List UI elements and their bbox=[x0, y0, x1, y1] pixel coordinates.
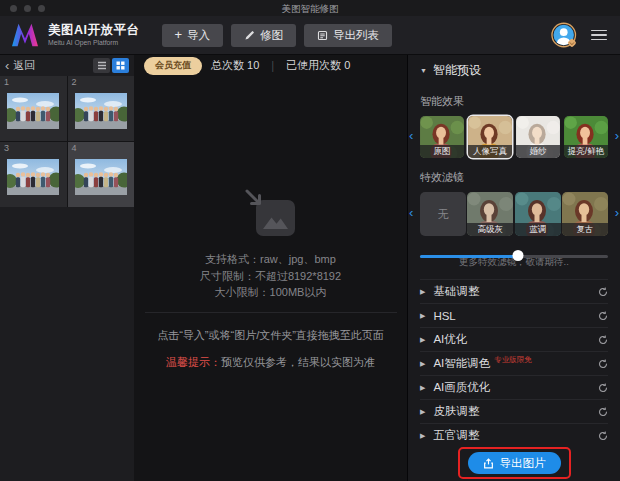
section-ai-quality[interactable]: ▶ AI画质优化 bbox=[420, 375, 608, 399]
export-list-button-label: 导出列表 bbox=[333, 28, 379, 43]
sidebar-header: ‹ 返回 bbox=[0, 55, 134, 76]
filter-tile-none[interactable]: 无 bbox=[420, 192, 466, 236]
thumbnail-grid: 1 2 3 4 bbox=[0, 76, 134, 207]
import-button[interactable]: + 导入 bbox=[162, 24, 224, 47]
caret-right-icon: ▶ bbox=[420, 336, 425, 344]
group-photo-thumbnail bbox=[7, 93, 59, 129]
effect-tile-label: 婚纱 bbox=[516, 145, 560, 158]
usage-divider: ｜ bbox=[267, 58, 278, 73]
caret-right-icon: ▶ bbox=[420, 432, 425, 440]
reset-icon[interactable] bbox=[598, 311, 608, 321]
grid-view-icon bbox=[116, 61, 125, 70]
warm-tip: 温馨提示：预览仅供参考，结果以实图为准 bbox=[166, 355, 375, 370]
chevron-right-icon[interactable]: › bbox=[615, 129, 619, 142]
photo-thumbnail-2[interactable]: 2 bbox=[68, 76, 135, 141]
view-toggles bbox=[93, 58, 129, 73]
caret-right-icon: ▶ bbox=[420, 360, 425, 368]
filter-tile-advanced-gray[interactable]: 高级灰 bbox=[467, 192, 513, 236]
section-ai-optimize[interactable]: ▶ AI优化 bbox=[420, 327, 608, 351]
grid-view-toggle[interactable] bbox=[112, 58, 129, 73]
reset-icon[interactable] bbox=[598, 407, 608, 417]
export-image-label: 导出图片 bbox=[500, 456, 546, 471]
warm-tip-text: 预览仅供参考，结果以实图为准 bbox=[221, 356, 375, 368]
brand-subtitle: Meitu AI Open Platform bbox=[48, 39, 140, 46]
filters-row: ‹ 无 高级灰 蓝调 复古 › bbox=[420, 192, 608, 236]
photo-thumbnail-4-selected[interactable]: 4 bbox=[68, 142, 135, 207]
filters-label: 特效滤镜 bbox=[420, 170, 608, 185]
effect-tile-label: 原图 bbox=[420, 145, 464, 158]
toolbar-right bbox=[551, 22, 610, 49]
size-line: 尺寸限制：不超过8192*8192 bbox=[200, 268, 341, 285]
user-avatar[interactable] bbox=[551, 22, 578, 49]
import-dropzone[interactable]: 支持格式：raw、jpg、bmp 尺寸限制：不超过8192*8192 大小限制：… bbox=[134, 76, 407, 481]
window-title: 美图智能修图 bbox=[0, 3, 620, 16]
back-label: 返回 bbox=[13, 58, 35, 73]
effect-tile-portrait[interactable]: 人像写真 bbox=[468, 116, 512, 158]
caret-right-icon: ▶ bbox=[420, 312, 425, 320]
pen-icon bbox=[244, 30, 255, 41]
app-window: 美图智能修图 美图AI开放平台 Meitu AI Open Platform +… bbox=[0, 0, 620, 481]
filter-tile-retro[interactable]: 复古 bbox=[562, 192, 608, 236]
export-image-button[interactable]: 导出图片 bbox=[468, 452, 561, 474]
adjustment-panel: ▼ 智能预设 智能效果 ‹ 原图 人像写真 婚纱 bbox=[407, 55, 620, 481]
photo-thumbnail-3[interactable]: 3 bbox=[0, 142, 67, 207]
retouch-button[interactable]: 修图 bbox=[231, 24, 296, 47]
list-view-icon bbox=[97, 61, 107, 70]
filter-tile-label: 高级灰 bbox=[467, 223, 513, 236]
adjustment-sections: ▶ 基础调整 ▶ HSL ▶ AI优化 ▶ AI智能调色 专业版限 bbox=[420, 279, 608, 447]
member-recharge-badge[interactable]: 会员充值 bbox=[144, 57, 202, 75]
meitu-logo-icon bbox=[10, 22, 40, 48]
filesize-line: 大小限制：100MB以内 bbox=[200, 284, 341, 301]
caret-right-icon: ▶ bbox=[420, 384, 425, 392]
usage-counter: 总次数 10 ｜ 已使用次数 0 bbox=[211, 58, 350, 73]
dropzone-hint: 点击“导入”或将“图片/文件夹”直接拖拽至此页面 bbox=[157, 328, 384, 343]
brand-name: 美图AI开放平台 bbox=[48, 24, 140, 38]
effect-tile-label: 人像写真 bbox=[468, 145, 512, 158]
reset-icon[interactable] bbox=[598, 287, 608, 297]
chevron-left-icon[interactable]: ‹ bbox=[409, 129, 413, 142]
export-list-button[interactable]: 导出列表 bbox=[304, 24, 392, 47]
upload-icon bbox=[483, 458, 494, 469]
reset-icon[interactable] bbox=[598, 359, 608, 369]
menu-icon[interactable] bbox=[591, 30, 607, 41]
smart-preset-section-header[interactable]: ▼ 智能预设 bbox=[420, 62, 608, 79]
photo-thumbnail-1[interactable]: 1 bbox=[0, 76, 67, 141]
filter-strength-thumb[interactable] bbox=[512, 250, 523, 261]
back-button[interactable]: ‹ 返回 bbox=[5, 58, 35, 73]
workspace: 会员充值 总次数 10 ｜ 已使用次数 0 支持格式：raw、jpg、bmp 尺… bbox=[134, 55, 407, 481]
section-basic-adjust[interactable]: ▶ 基础调整 bbox=[420, 279, 608, 303]
back-chevron-icon: ‹ bbox=[5, 59, 9, 72]
chevron-left-icon[interactable]: ‹ bbox=[409, 206, 413, 219]
reset-icon[interactable] bbox=[598, 383, 608, 393]
reset-icon[interactable] bbox=[598, 431, 608, 441]
reset-icon[interactable] bbox=[598, 335, 608, 345]
smart-effects-label: 智能效果 bbox=[420, 94, 608, 109]
section-facial-features[interactable]: ▶ 五官调整 bbox=[420, 423, 608, 447]
section-skin-adjust[interactable]: ▶ 皮肤调整 bbox=[420, 399, 608, 423]
thumbnail-index: 2 bbox=[72, 77, 77, 87]
workspace-header: 会员充值 总次数 10 ｜ 已使用次数 0 bbox=[134, 55, 407, 76]
effect-tile-wedding[interactable]: 婚纱 bbox=[516, 116, 560, 158]
filter-tile-label: 蓝调 bbox=[515, 223, 561, 236]
chevron-right-icon[interactable]: › bbox=[615, 206, 619, 219]
section-ai-smart-color[interactable]: ▶ AI智能调色 专业版限免 bbox=[420, 351, 608, 375]
filter-tile-blue-tone[interactable]: 蓝调 bbox=[515, 192, 561, 236]
warm-tip-label: 温馨提示： bbox=[166, 356, 221, 368]
group-photo-thumbnail bbox=[7, 159, 59, 195]
export-list-icon bbox=[317, 30, 328, 41]
plus-icon: + bbox=[175, 28, 183, 41]
group-photo-thumbnail bbox=[75, 93, 127, 129]
list-view-toggle[interactable] bbox=[93, 58, 110, 73]
group-photo-thumbnail bbox=[75, 159, 127, 195]
filter-none-label: 无 bbox=[438, 207, 449, 222]
app-toolbar: 美图AI开放平台 Meitu AI Open Platform + 导入 修图 … bbox=[0, 16, 620, 55]
section-hsl[interactable]: ▶ HSL bbox=[420, 303, 608, 327]
filter-strength-fill bbox=[420, 255, 518, 258]
format-specs: 支持格式：raw、jpg、bmp 尺寸限制：不超过8192*8192 大小限制：… bbox=[200, 251, 341, 301]
pro-tag: 专业版限免 bbox=[494, 355, 532, 365]
effect-tile-label: 提亮/鲜艳 bbox=[564, 145, 608, 158]
effect-tile-vivid[interactable]: 提亮/鲜艳 bbox=[564, 116, 608, 158]
effect-tile-original[interactable]: 原图 bbox=[420, 116, 464, 158]
filter-tile-label: 复古 bbox=[562, 223, 608, 236]
photo-list-sidebar: ‹ 返回 bbox=[0, 55, 134, 481]
